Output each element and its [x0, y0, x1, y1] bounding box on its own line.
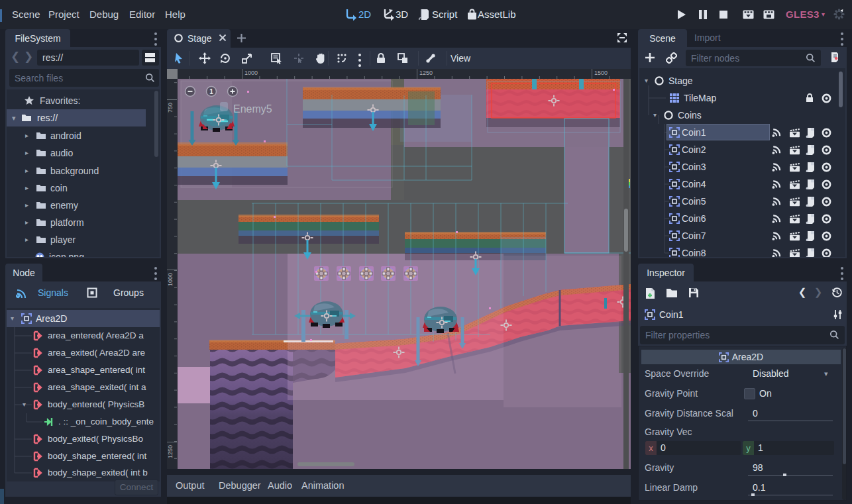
svg-text:1500: 1500: [594, 70, 608, 76]
svg-text:1000: 1000: [167, 273, 174, 286]
svg-text:1: 1: [209, 88, 213, 95]
svg-text:1000: 1000: [244, 70, 258, 76]
svg-text:1250: 1250: [419, 70, 433, 76]
svg-text:1250: 1250: [167, 445, 174, 458]
svg-text:Enemy5: Enemy5: [233, 103, 272, 115]
svg-text:750: 750: [167, 103, 174, 113]
